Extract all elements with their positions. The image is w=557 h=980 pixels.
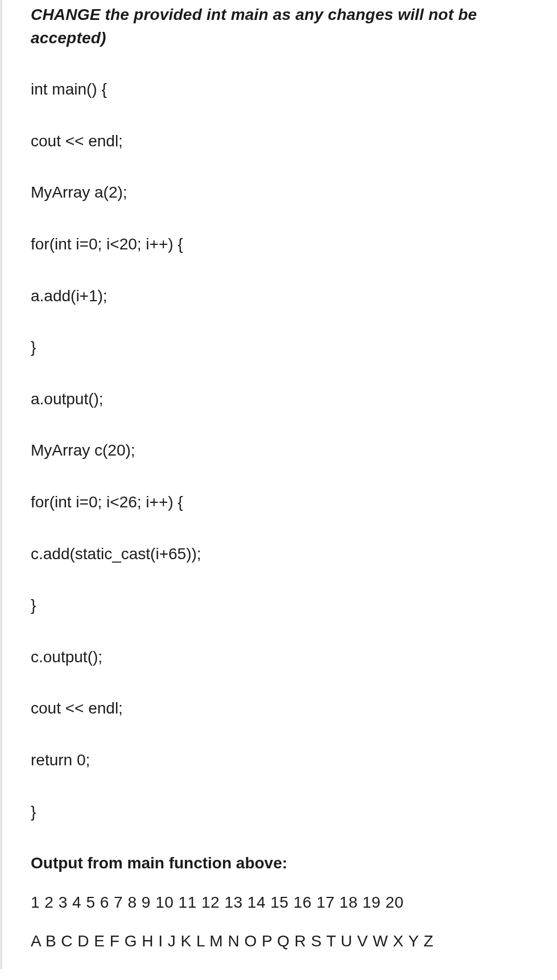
- code-line: cout << endl;: [31, 697, 534, 720]
- code-line: c.output();: [31, 646, 534, 669]
- code-line: MyArray c(20);: [31, 439, 534, 462]
- question-heading: CHANGE the provided int main as any chan…: [31, 3, 534, 50]
- code-line: cout << endl;: [31, 130, 534, 153]
- output-line: A B C D E F G H I J K L M N O P Q R S T …: [31, 930, 534, 953]
- code-line: }: [31, 594, 534, 617]
- code-line: return 0;: [31, 749, 534, 772]
- code-line: a.add(i+1);: [31, 285, 534, 308]
- output-line: 1 2 3 4 5 6 7 8 9 10 11 12 13 14 15 16 1…: [31, 891, 534, 915]
- output-label: Output from main function above:: [31, 852, 534, 875]
- code-line: MyArray a(2);: [31, 181, 534, 204]
- code-line: }: [31, 336, 534, 359]
- code-line: a.output();: [31, 388, 534, 411]
- code-line: for(int i=0; i<26; i++) {: [31, 491, 534, 514]
- code-line: }: [31, 801, 534, 824]
- code-line: int main() {: [31, 78, 534, 101]
- code-line: for(int i=0; i<20; i++) {: [31, 233, 534, 256]
- code-line: c.add(static_cast(i+65));: [31, 543, 534, 566]
